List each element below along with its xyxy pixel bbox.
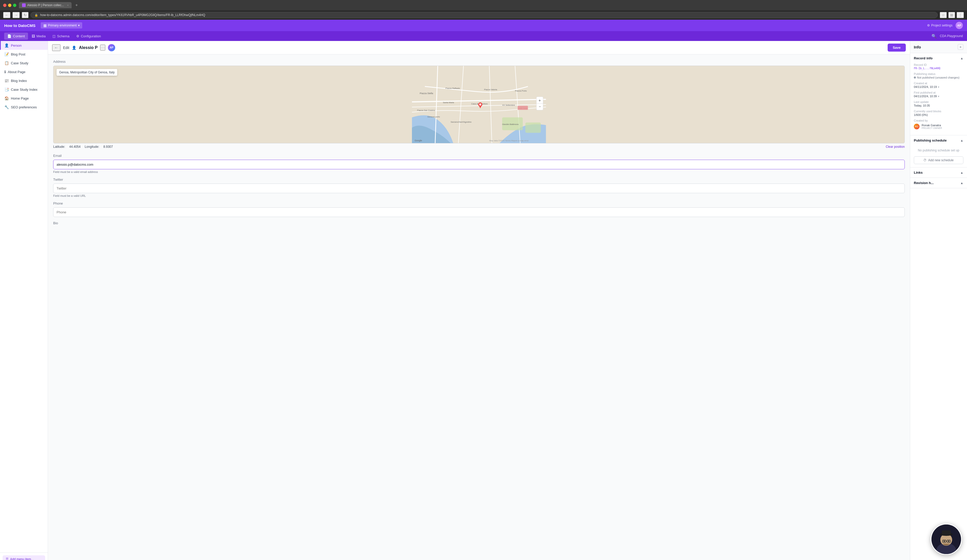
svg-text:Piazza Raffaele: Piazza Raffaele xyxy=(446,87,460,89)
bio-field-section: Bio xyxy=(53,221,905,225)
editor-area: ← Edit 👤 Alessio P ⋯ AP Save Address xyxy=(48,41,910,560)
svg-text:Sarzano/Sant'Agostino: Sarzano/Sant'Agostino xyxy=(450,121,472,123)
tab-close-icon[interactable]: × xyxy=(67,4,69,7)
map-container[interactable]: Piazza Stella Piazza Raffaele Piazza Val… xyxy=(53,66,905,143)
sidebar-item-seo[interactable]: 🔧 SEO preferences xyxy=(0,103,48,112)
revision-toggle[interactable]: ▲ xyxy=(960,181,964,185)
map-svg: Piazza Stella Piazza Raffaele Piazza Val… xyxy=(53,66,904,143)
twitter-field-section: Twitter Field must be a valid URL xyxy=(53,178,905,197)
map-info-box: Genoa, Metropolitan City of Genoa, Italy xyxy=(56,69,117,76)
publishing-schedule-title: Publishing schedule xyxy=(914,138,947,142)
blocks-row: Currently used blocks 1/600 (0%) xyxy=(914,110,964,116)
revision-header[interactable]: Revision h... ▲ xyxy=(910,178,967,188)
sidebar-item-case-study[interactable]: 📋 Case Study xyxy=(0,59,48,68)
svg-text:Piazza Stella: Piazza Stella xyxy=(420,92,433,95)
back-button[interactable]: ← xyxy=(3,12,10,18)
created-at-value: 04/11/2024, 10:19 ▾ xyxy=(914,85,964,88)
bookmark-button[interactable]: ☆ xyxy=(940,12,947,18)
sidebar-item-blog-index[interactable]: 📰 Blog Index xyxy=(0,76,48,85)
links-title: Links xyxy=(914,171,922,175)
forward-button[interactable]: → xyxy=(12,12,20,18)
app-nav: 📄 Content 🖼 Media ◫ Schema ⚙ Configurati… xyxy=(0,31,967,41)
chevron-down-icon: ▾ xyxy=(78,24,80,27)
seo-icon: 🔧 xyxy=(4,105,9,109)
menu-button[interactable]: ⋮ xyxy=(957,12,964,18)
nav-item-schema[interactable]: ◫ Schema xyxy=(49,33,73,40)
first-published-edit-icon[interactable]: ▾ xyxy=(938,95,939,98)
email-input[interactable] xyxy=(53,160,905,169)
blocks-value: 1/600 (0%) xyxy=(914,113,964,116)
add-menu-item-button[interactable]: ☰ Add menu item... xyxy=(3,555,45,560)
sidebar-item-home-page[interactable]: 🏠 Home Page xyxy=(0,94,48,103)
nav-item-media[interactable]: 🖼 Media xyxy=(28,33,49,40)
schema-label: Schema xyxy=(57,34,69,38)
browser-tab[interactable]: Alessio P | Person collec... × xyxy=(19,2,72,8)
created-by-info: RG Ronak Ganatra PROJECT OWNER xyxy=(914,124,964,129)
record-info-content: Record ID FR-Ib_L...fNLm4HQ Publishing s… xyxy=(910,63,967,135)
case-study-index-icon: 📑 xyxy=(4,87,9,92)
search-icon[interactable]: 🔍 xyxy=(931,34,937,39)
project-settings-button[interactable]: ⚙ Project settings xyxy=(927,24,952,27)
sidebar-item-seo-label: SEO preferences xyxy=(11,105,37,109)
svg-text:Piazza Porto: Piazza Porto xyxy=(515,90,527,92)
twitter-input[interactable] xyxy=(53,184,905,193)
links-header[interactable]: Links ▲ xyxy=(910,168,967,178)
email-field-label: Email xyxy=(53,154,905,158)
cda-playground-label[interactable]: CDA Playground xyxy=(940,34,963,38)
address-bar[interactable]: 🔒 how-to-datocms.admin.datocms.com/edito… xyxy=(31,12,938,18)
back-button[interactable]: ← xyxy=(52,44,61,51)
nav-item-configuration[interactable]: ⚙ Configuration xyxy=(73,33,104,40)
revision-title: Revision h... xyxy=(914,181,934,185)
sidebar-item-blog-post[interactable]: 📝 Blog Post xyxy=(0,50,48,59)
minimize-dot[interactable] xyxy=(8,3,12,7)
user-avatar[interactable]: AP xyxy=(955,22,963,29)
add-icon: ☰ xyxy=(6,557,8,560)
nav-item-content[interactable]: 📄 Content xyxy=(4,33,28,40)
info-expand-button[interactable]: + xyxy=(958,44,964,50)
environment-icon: ▦ xyxy=(43,23,47,28)
main-layout: 👤 Person 📝 Blog Post 📋 Case Study ℹ Abou… xyxy=(0,41,967,560)
created-by-label: Created by xyxy=(914,119,964,122)
close-dot[interactable] xyxy=(3,3,7,7)
tab-title: Alessio P | Person collec... xyxy=(27,3,64,7)
publishing-schedule-header[interactable]: Publishing schedule ▲ xyxy=(910,135,967,145)
svg-rect-35 xyxy=(942,530,950,535)
longitude-label: Longitude: xyxy=(84,145,99,148)
svg-text:+: + xyxy=(538,98,541,103)
created-at-edit-icon[interactable]: ▾ xyxy=(938,86,939,88)
first-published-label: First published at xyxy=(914,91,964,94)
latitude-label: Latitude: xyxy=(53,145,65,148)
publishing-schedule-section: Publishing schedule ▲ No publishing sche… xyxy=(910,135,967,168)
more-options-button[interactable]: ⋯ xyxy=(100,44,105,51)
configuration-label: Configuration xyxy=(81,34,101,38)
created-at-row: Created at 04/11/2024, 10:19 ▾ xyxy=(914,82,964,88)
editor-header: ← Edit 👤 Alessio P ⋯ AP Save xyxy=(48,41,910,54)
new-tab-button[interactable]: + xyxy=(75,3,78,8)
environment-label: Primary environment xyxy=(48,24,77,27)
map-location-text: Genoa, Metropolitan City of Genoa, Italy xyxy=(59,71,115,74)
latitude-value: 44.4054 xyxy=(69,145,81,148)
save-button[interactable]: Save xyxy=(888,44,906,52)
links-toggle[interactable]: ▲ xyxy=(960,171,964,175)
sidebar-item-case-study-label: Case Study xyxy=(11,61,28,65)
record-info-section: Record info ▲ Record ID FR-Ib_L...fNLm4H… xyxy=(910,53,967,135)
environment-selector[interactable]: ▦ Primary environment ▾ xyxy=(41,22,82,28)
browser-dots xyxy=(3,3,17,7)
phone-input[interactable] xyxy=(53,208,905,217)
sidebar-item-case-study-index[interactable]: 📑 Case Study Index xyxy=(0,85,48,94)
extensions-button[interactable]: ⊞ xyxy=(948,12,955,18)
svg-point-22 xyxy=(479,104,481,105)
clear-position-button[interactable]: Clear position xyxy=(886,145,905,148)
sidebar-item-about-page[interactable]: ℹ About Page xyxy=(0,68,48,76)
schedule-toggle[interactable]: ▲ xyxy=(960,139,964,142)
maximize-dot[interactable] xyxy=(13,3,17,7)
sidebar-item-home-page-label: Home Page xyxy=(11,96,29,100)
app-logo: How to DatoCMS xyxy=(4,23,36,28)
record-info-toggle[interactable]: ▲ xyxy=(960,56,964,60)
record-info-header[interactable]: Record info ▲ xyxy=(910,53,967,63)
configuration-icon: ⚙ xyxy=(76,34,79,38)
refresh-button[interactable]: ↻ xyxy=(22,12,28,18)
sidebar-item-person[interactable]: 👤 Person xyxy=(0,41,48,50)
info-header-section: Info + xyxy=(910,41,967,53)
add-schedule-button[interactable]: ⏱ Add new schedule xyxy=(914,156,964,164)
